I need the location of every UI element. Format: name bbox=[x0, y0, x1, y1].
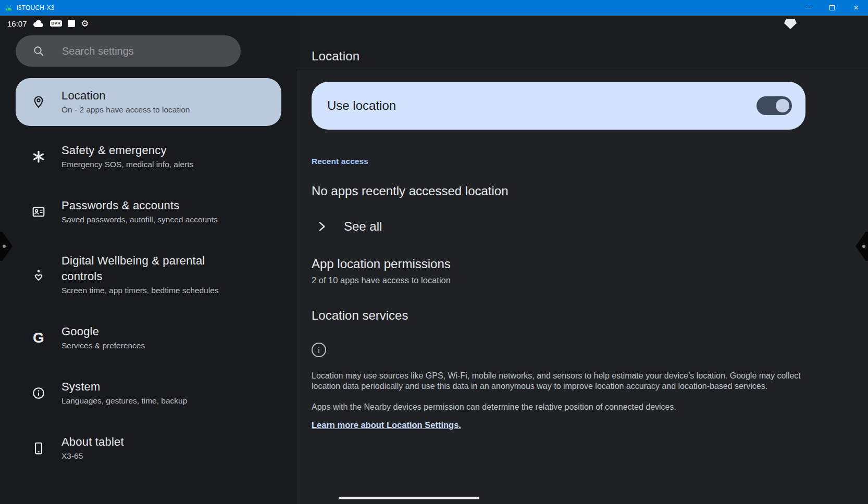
sidebar-item-text: Passwords & accounts Saved passwords, au… bbox=[61, 198, 245, 226]
minimize-button[interactable]: — bbox=[796, 0, 820, 16]
sidebar-item-digital-wellbeing[interactable]: Digital Wellbeing & parental controls Sc… bbox=[0, 240, 297, 310]
sidebar-item-sublabel: Saved passwords, autofill, synced accoun… bbox=[61, 213, 245, 226]
window-controls: — ✕ bbox=[796, 0, 868, 16]
sidebar-item-sublabel: On - 2 apps have access to location bbox=[61, 104, 245, 116]
maximize-icon bbox=[829, 5, 835, 10]
sidebar-item-sublabel: Services & preferences bbox=[61, 339, 245, 352]
sidebar-item-sublabel: Languages, gestures, time, backup bbox=[61, 395, 245, 407]
use-location-label: Use location bbox=[327, 98, 396, 113]
info-icon-glyph: i bbox=[318, 346, 319, 354]
sidebar-item-location[interactable]: Location On - 2 apps have access to loca… bbox=[16, 78, 281, 126]
maximize-button[interactable] bbox=[820, 0, 844, 16]
screenshot-square-icon bbox=[68, 20, 75, 27]
sidebar-item-label: Safety & emergency bbox=[61, 143, 245, 158]
sidebar-item-label: Location bbox=[61, 88, 245, 104]
sidebar-item-system[interactable]: System Languages, gestures, time, backup bbox=[0, 366, 297, 421]
content-header: Location bbox=[297, 16, 868, 70]
app-location-permissions-sublabel: 2 of 10 apps have access to location bbox=[312, 275, 805, 285]
location-info-paragraph-2: Apps with the Nearby devices permission … bbox=[312, 402, 805, 412]
label-icon bbox=[784, 19, 797, 29]
sidebar-item-safety-emergency[interactable]: Safety & emergency Emergency SOS, medica… bbox=[0, 129, 297, 184]
emergency-asterisk-icon bbox=[16, 150, 61, 163]
status-bar-left: 16:07 DVR ⚙ bbox=[0, 16, 297, 31]
sidebar-item-sublabel: Screen time, app timers, bedtime schedul… bbox=[61, 284, 245, 297]
sidebar-item-label: Digital Wellbeing & parental controls bbox=[61, 253, 245, 284]
cloud-icon bbox=[33, 20, 44, 28]
learn-more-link[interactable]: Learn more about Location Settings. bbox=[312, 420, 461, 430]
android-screen: 16:07 DVR ⚙ Search settings bbox=[0, 16, 868, 504]
page-title: Location bbox=[312, 49, 359, 64]
sidebar-item-text: Digital Wellbeing & parental controls Sc… bbox=[61, 253, 245, 297]
dvr-badge: DVR bbox=[50, 20, 63, 27]
content-body: Use location Recent access No apps recen… bbox=[297, 70, 868, 504]
sidebar-item-text: System Languages, gestures, time, backup bbox=[61, 379, 245, 407]
sidebar-item-text: About tablet X3-65 bbox=[61, 434, 245, 462]
sidebar-item-text: Google Services & preferences bbox=[61, 324, 245, 352]
recent-access-section-label: Recent access bbox=[312, 157, 805, 166]
location-services-heading: Location services bbox=[312, 307, 805, 324]
search-icon bbox=[32, 45, 45, 57]
toggle-thumb bbox=[776, 99, 789, 112]
window-titlebar: i3TOUCH-X3 — ✕ bbox=[0, 0, 868, 16]
location-info-paragraph-1: Location may use sources like GPS, Wi-Fi… bbox=[312, 371, 805, 392]
system-info-icon bbox=[16, 386, 61, 400]
sidebar-item-text: Safety & emergency Emergency SOS, medica… bbox=[61, 143, 245, 171]
no-recent-access-text: No apps recently accessed location bbox=[312, 184, 805, 198]
use-location-toggle[interactable] bbox=[757, 96, 792, 115]
edge-handle-dot bbox=[3, 245, 6, 248]
app-icon bbox=[5, 5, 13, 11]
passwords-badge-icon bbox=[16, 205, 61, 219]
settings-nav: Location On - 2 apps have access to loca… bbox=[0, 78, 297, 476]
sidebar-item-passwords-accounts[interactable]: Passwords & accounts Saved passwords, au… bbox=[0, 184, 297, 240]
sidebar-item-sublabel: Emergency SOS, medical info, alerts bbox=[61, 158, 245, 171]
app-window: i3TOUCH-X3 — ✕ 16:07 DVR ⚙ bbox=[0, 0, 868, 504]
sidebar-item-label: Google bbox=[61, 324, 245, 339]
status-time: 16:07 bbox=[7, 19, 27, 28]
close-button[interactable]: ✕ bbox=[844, 0, 868, 16]
google-g-icon: G bbox=[16, 331, 61, 345]
see-all-row[interactable]: See all bbox=[312, 219, 805, 234]
sidebar-item-text: Location On - 2 apps have access to loca… bbox=[61, 88, 245, 116]
gear-icon: ⚙ bbox=[81, 19, 89, 28]
app-location-permissions-label: App location permissions bbox=[312, 256, 805, 272]
sidebar-item-label: System bbox=[61, 379, 245, 395]
sidebar-item-about-tablet[interactable]: About tablet X3-65 bbox=[0, 421, 297, 476]
sidebar-item-sublabel: X3-65 bbox=[61, 450, 245, 462]
sidebar-item-label: Passwords & accounts bbox=[61, 198, 245, 213]
location-pin-icon bbox=[16, 95, 61, 109]
window-title: i3TOUCH-X3 bbox=[17, 4, 54, 11]
chevron-right-icon bbox=[315, 220, 328, 233]
sidebar-item-google[interactable]: G Google Services & preferences bbox=[0, 310, 297, 366]
location-settings-panel: Location Use location Recent access No a… bbox=[297, 16, 868, 504]
wellbeing-icon bbox=[16, 268, 61, 282]
search-settings-bar[interactable]: Search settings bbox=[16, 35, 241, 67]
tablet-icon bbox=[16, 442, 61, 455]
horizontal-scrollbar[interactable] bbox=[339, 497, 479, 499]
info-icon: i bbox=[312, 343, 326, 357]
search-placeholder: Search settings bbox=[62, 45, 134, 57]
sidebar-item-label: About tablet bbox=[61, 434, 245, 450]
use-location-row[interactable]: Use location bbox=[312, 82, 805, 130]
app-location-permissions-row[interactable]: App location permissions 2 of 10 apps ha… bbox=[312, 256, 805, 285]
see-all-label: See all bbox=[344, 219, 382, 234]
settings-sidebar: 16:07 DVR ⚙ Search settings bbox=[0, 16, 297, 504]
edge-handle-dot bbox=[862, 245, 865, 248]
